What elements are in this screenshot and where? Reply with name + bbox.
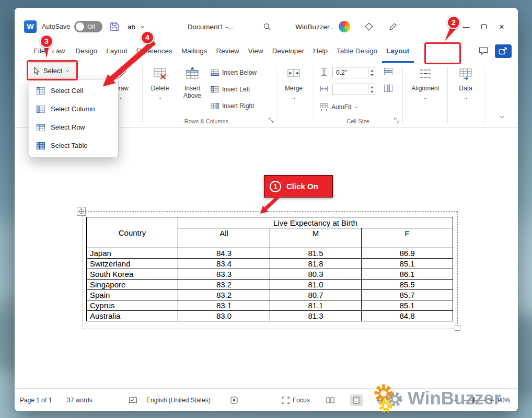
- table-cell[interactable]: 85.1: [362, 259, 453, 269]
- account-name[interactable]: WinBuzzer .: [295, 23, 333, 31]
- table-cell[interactable]: 80.3: [270, 269, 362, 280]
- read-mode-button[interactable]: [326, 397, 334, 403]
- qat-dropdown-icon[interactable]: [141, 26, 145, 28]
- table-cell[interactable]: 83.1: [178, 300, 270, 311]
- maximize-button[interactable]: [475, 19, 493, 34]
- zoom-out-button[interactable]: [454, 398, 459, 403]
- table-cell[interactable]: 83.2: [178, 280, 270, 290]
- annotation-click-on: 1 Click On: [264, 175, 333, 198]
- tab-table-design[interactable]: Table Design: [332, 39, 382, 63]
- table-cell[interactable]: 83.3: [178, 269, 270, 280]
- table-cell[interactable]: 84.3: [178, 248, 270, 259]
- table-cell[interactable]: 85.7: [362, 290, 453, 300]
- table-header-country[interactable]: Country: [87, 217, 178, 248]
- table-move-handle[interactable]: [77, 207, 86, 216]
- autosave-toggle[interactable]: Off: [74, 21, 102, 32]
- menu-item-select-column[interactable]: Select Column: [29, 100, 118, 118]
- tab-mailings[interactable]: Mailings: [177, 39, 212, 63]
- zoom-slider[interactable]: [463, 400, 486, 401]
- table-cell[interactable]: 83.0: [178, 311, 270, 321]
- close-button[interactable]: ✕: [493, 19, 511, 34]
- table-cell[interactable]: Cyprus: [87, 300, 178, 311]
- tab-view[interactable]: View: [244, 39, 268, 63]
- tab-review[interactable]: Review: [212, 39, 244, 63]
- table-column-width-input[interactable]: [332, 84, 376, 95]
- tab-references[interactable]: References: [132, 39, 177, 63]
- collapse-ribbon-chevron[interactable]: [496, 113, 507, 121]
- rows-columns-dialog-launcher[interactable]: [268, 117, 275, 124]
- zoom-slider-knob[interactable]: [472, 397, 475, 403]
- table-cell[interactable]: South Korea: [87, 269, 178, 280]
- distribute-rows-button[interactable]: [384, 67, 393, 76]
- delete-button[interactable]: Delete: [146, 65, 174, 102]
- table-cell[interactable]: 86.1: [362, 269, 453, 280]
- row-height-spinner[interactable]: [368, 68, 375, 77]
- table-header-all[interactable]: All: [178, 228, 270, 248]
- document-table[interactable]: Country Live Expectancy at Birth All M F…: [86, 217, 453, 321]
- language-indicator[interactable]: English (United States): [146, 397, 211, 404]
- table-cell[interactable]: 81.0: [270, 280, 362, 290]
- merge-button[interactable]: Merge: [280, 65, 307, 102]
- print-layout-button[interactable]: [350, 394, 363, 406]
- insert-left-button[interactable]: Insert Left: [211, 84, 250, 95]
- word-logo-icon[interactable]: W: [24, 20, 37, 33]
- designer-diamond-icon[interactable]: [365, 22, 373, 31]
- menu-item-select-cell[interactable]: Select Cell: [29, 82, 118, 100]
- table-cell[interactable]: Singapore: [87, 280, 178, 290]
- table-cell[interactable]: 85.5: [362, 280, 453, 290]
- table-header-m[interactable]: M: [270, 228, 362, 248]
- table-resize-handle[interactable]: [455, 325, 460, 331]
- tab-developer[interactable]: Developer: [268, 39, 309, 63]
- table-cell[interactable]: 86.9: [362, 248, 453, 259]
- table-cell[interactable]: 81.5: [270, 248, 362, 259]
- distribute-columns-button[interactable]: [384, 84, 393, 93]
- table-row-height-input[interactable]: 0.2": [332, 67, 376, 78]
- insert-above-button[interactable]: Insert Above: [176, 65, 209, 100]
- share-button[interactable]: [495, 44, 512, 58]
- spellcheck-icon[interactable]: [129, 397, 137, 404]
- menu-item-select-table[interactable]: Select Table: [29, 136, 118, 155]
- avatar[interactable]: [339, 21, 350, 32]
- insert-below-button[interactable]: Insert Below: [211, 67, 257, 78]
- search-icon[interactable]: [263, 22, 271, 31]
- strikethrough-icon[interactable]: ab: [128, 23, 135, 31]
- tab-help[interactable]: Help: [309, 39, 332, 63]
- tab-draw[interactable]: Draw: [56, 39, 71, 63]
- table-cell[interactable]: 81.3: [270, 311, 362, 321]
- table-cell[interactable]: Spain: [87, 290, 178, 300]
- select-button[interactable]: Select: [29, 62, 76, 79]
- insert-right-button[interactable]: Insert Right: [211, 100, 254, 112]
- menu-item-select-row[interactable]: Select Row: [29, 118, 118, 136]
- table-cell[interactable]: 84.8: [362, 311, 453, 321]
- tab-layout-main[interactable]: Layout: [102, 39, 132, 63]
- save-icon[interactable]: [110, 22, 119, 31]
- table-header-f[interactable]: F: [362, 228, 453, 248]
- table-cell[interactable]: 83.2: [178, 290, 270, 300]
- column-width-spinner[interactable]: [368, 85, 375, 94]
- zoom-in-button[interactable]: [489, 398, 494, 403]
- table-cell[interactable]: 80.7: [270, 290, 362, 300]
- data-button[interactable]: Data: [453, 65, 479, 102]
- macro-record-icon[interactable]: [230, 397, 238, 404]
- word-count[interactable]: 37 words: [67, 397, 92, 404]
- focus-mode-button[interactable]: Focus: [282, 397, 310, 404]
- alignment-button[interactable]: Alignment: [408, 65, 443, 102]
- comments-icon[interactable]: [478, 47, 489, 55]
- table-cell[interactable]: 85.1: [362, 300, 453, 311]
- pen-icon[interactable]: [389, 22, 397, 31]
- page-indicator[interactable]: Page 1 of 1: [20, 397, 52, 404]
- table-cell[interactable]: Japan: [87, 248, 178, 259]
- table-cell[interactable]: 81.8: [270, 259, 362, 269]
- cell-size-dialog-launcher[interactable]: [393, 117, 400, 124]
- document-canvas[interactable]: Country Live Expectancy at Birth All M F…: [15, 127, 518, 388]
- table-cell[interactable]: 83.4: [178, 259, 270, 269]
- web-layout-button[interactable]: [376, 397, 384, 404]
- tab-design[interactable]: Design: [71, 39, 102, 63]
- tab-table-layout[interactable]: Layout: [382, 39, 414, 63]
- autofit-button[interactable]: AutoFit: [320, 101, 358, 113]
- table-cell[interactable]: Australia: [87, 311, 178, 321]
- table-cell[interactable]: Switzerland: [87, 259, 178, 269]
- zoom-level[interactable]: 90%: [498, 397, 510, 404]
- table-cell[interactable]: 81.1: [270, 300, 362, 311]
- table-title-cell[interactable]: Live Expectancy at Birth: [178, 217, 453, 228]
